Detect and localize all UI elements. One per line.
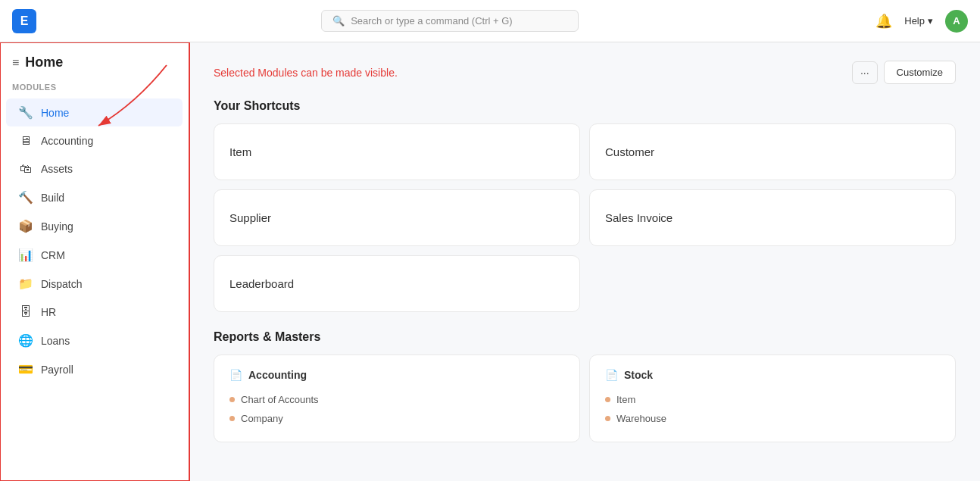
sidebar-title: Home	[25, 55, 63, 70]
sidebar-item-loans[interactable]: 🌐 Loans	[6, 326, 183, 355]
shortcut-card-leaderboard[interactable]: Leaderboard	[214, 255, 580, 312]
accounting-icon: 🖥	[18, 134, 33, 148]
sidebar-item-label-loans: Loans	[41, 335, 70, 347]
main-content: Selected Modules can be made visible. ··…	[189, 42, 980, 481]
home-icon: 🔧	[18, 105, 33, 120]
sidebar-item-label-home: Home	[41, 107, 69, 119]
accounting-report-icon: 📄	[229, 369, 242, 381]
sidebar-item-accounting[interactable]: 🖥 Accounting	[6, 127, 183, 155]
sidebar-item-crm[interactable]: 📊 CRM	[6, 241, 183, 269]
bullet-icon	[605, 397, 610, 402]
page-header: Selected Modules can be made visible. ··…	[214, 61, 956, 84]
report-card-accounting: 📄 Accounting Chart of Accounts Company	[214, 355, 580, 442]
sidebar-item-label-buying: Buying	[41, 220, 73, 233]
payroll-icon: 💳	[18, 362, 33, 376]
report-card-accounting-title: Accounting	[248, 369, 307, 381]
sidebar-item-label-dispatch: Dispatch	[41, 278, 82, 290]
sidebar-item-hr[interactable]: 🗄 HR	[6, 298, 183, 326]
bullet-icon	[229, 397, 235, 402]
sidebar-item-home[interactable]: 🔧 Home	[6, 98, 183, 126]
more-options-button[interactable]: ···	[852, 61, 878, 84]
reports-title: Reports & Masters	[214, 330, 956, 344]
help-menu[interactable]: Help ▾	[904, 15, 933, 27]
shortcuts-section: Your Shortcuts Item Customer Supplier Sa…	[214, 99, 956, 312]
sidebar-item-label-hr: HR	[41, 306, 56, 318]
shortcut-card-supplier[interactable]: Supplier	[214, 189, 580, 246]
app-logo[interactable]: E	[12, 9, 36, 33]
sidebar-item-label-build: Build	[41, 192, 64, 204]
sidebar-item-build[interactable]: 🔨 Build	[6, 183, 183, 211]
report-item-company[interactable]: Company	[229, 409, 564, 428]
report-card-stock: 📄 Stock Item Warehouse	[589, 355, 956, 442]
avatar[interactable]: A	[945, 10, 968, 33]
search-bar[interactable]: 🔍 Search or type a command (Ctrl + G)	[321, 10, 579, 32]
reports-grid: 📄 Accounting Chart of Accounts Company �	[214, 355, 956, 442]
sidebar-item-label-payroll: Payroll	[41, 364, 73, 376]
top-nav: E 🔍 Search or type a command (Ctrl + G) …	[0, 0, 980, 42]
loans-icon: 🌐	[18, 333, 33, 348]
report-item-label-item: Item	[616, 394, 635, 405]
report-card-stock-header: 📄 Stock	[605, 369, 940, 381]
report-item-label-warehouse: Warehouse	[616, 413, 666, 424]
sidebar-item-buying[interactable]: 📦 Buying	[6, 212, 183, 240]
buying-icon: 📦	[18, 219, 33, 233]
shortcuts-grid: Item Customer Supplier Sales Invoice Lea…	[214, 123, 956, 312]
nav-right-actions: 🔔 Help ▾ A	[875, 10, 968, 33]
crm-icon: 📊	[18, 248, 33, 262]
hr-icon: 🗄	[18, 305, 33, 319]
chevron-down-icon: ▾	[928, 15, 933, 27]
sidebar-item-label-crm: CRM	[41, 249, 65, 261]
main-layout: ≡ Home MODULES 🔧 Home 🖥 Accounting 🛍 Ass…	[0, 42, 980, 481]
search-icon: 🔍	[332, 15, 345, 27]
dispatch-icon: 📁	[18, 276, 33, 291]
hint-text: Selected Modules can be made visible.	[214, 67, 398, 79]
sidebar-header: ≡ Home	[0, 55, 189, 80]
sidebar: ≡ Home MODULES 🔧 Home 🖥 Accounting 🛍 Ass…	[0, 42, 189, 481]
search-placeholder-text: Search or type a command (Ctrl + G)	[351, 15, 513, 27]
report-item-stock-item[interactable]: Item	[605, 390, 940, 409]
report-item-label-company: Company	[241, 413, 283, 424]
assets-icon: 🛍	[18, 162, 33, 176]
shortcut-card-sales-invoice[interactable]: Sales Invoice	[589, 189, 956, 246]
hamburger-icon[interactable]: ≡	[12, 56, 19, 70]
report-card-accounting-header: 📄 Accounting	[229, 369, 564, 381]
report-item-warehouse[interactable]: Warehouse	[605, 409, 940, 428]
notification-bell-icon[interactable]: 🔔	[875, 13, 892, 30]
customize-button[interactable]: Customize	[884, 61, 956, 84]
bullet-icon	[605, 416, 610, 421]
report-card-stock-title: Stock	[624, 369, 653, 381]
shortcut-card-customer[interactable]: Customer	[589, 123, 956, 180]
sidebar-item-payroll[interactable]: 💳 Payroll	[6, 355, 183, 383]
sidebar-item-dispatch[interactable]: 📁 Dispatch	[6, 270, 183, 298]
shortcuts-title: Your Shortcuts	[214, 99, 956, 113]
report-item-chart-of-accounts[interactable]: Chart of Accounts	[229, 390, 564, 409]
sidebar-item-label-assets: Assets	[41, 163, 73, 175]
help-label: Help	[904, 15, 925, 27]
header-actions: ··· Customize	[852, 61, 956, 84]
sidebar-item-label-accounting: Accounting	[41, 135, 93, 147]
hint-container: Selected Modules can be made visible.	[214, 67, 398, 79]
shortcut-card-item[interactable]: Item	[214, 123, 580, 180]
modules-label: MODULES	[0, 80, 189, 98]
build-icon: 🔨	[18, 190, 33, 205]
bullet-icon	[229, 416, 235, 421]
report-item-label-chart: Chart of Accounts	[241, 394, 319, 405]
reports-section: Reports & Masters 📄 Accounting Chart of …	[214, 330, 956, 442]
sidebar-item-assets[interactable]: 🛍 Assets	[6, 155, 183, 183]
stock-report-icon: 📄	[605, 369, 618, 381]
